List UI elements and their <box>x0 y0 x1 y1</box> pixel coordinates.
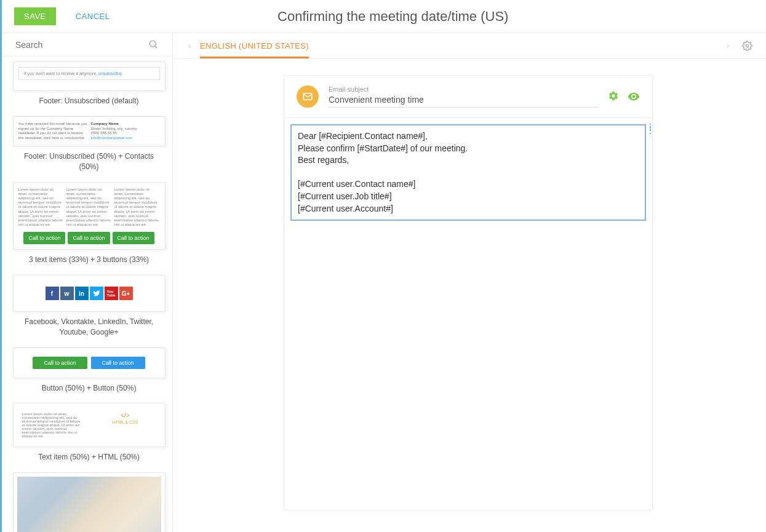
email-drop-area[interactable] <box>284 227 652 510</box>
svg-point-0 <box>150 41 156 47</box>
blocks-list[interactable]: If you don't want to receive it anymore,… <box>2 57 172 532</box>
block-label: Footer: Unsubscribed (50%) + Contacts (5… <box>13 146 166 175</box>
subject-label: Email subject <box>329 85 598 93</box>
next-icon[interactable] <box>725 41 731 51</box>
facebook-icon: f <box>46 287 59 300</box>
svg-line-1 <box>155 46 158 49</box>
block-footer-unsubscribed[interactable]: If you don't want to receive it anymore,… <box>13 62 166 109</box>
googleplus-icon: G+ <box>119 287 133 300</box>
block-text-html[interactable]: Lorem ipsum dolor sit amet, consectetur … <box>13 403 166 465</box>
mail-icon <box>297 85 319 108</box>
image-placeholder <box>17 477 161 532</box>
email-body-editor[interactable]: Dear [#Recipient.Contact name#], Please … <box>290 124 646 221</box>
block-two-buttons[interactable]: Call to action Call to action Button (50… <box>13 347 166 396</box>
search-icon[interactable] <box>148 39 159 50</box>
block-social[interactable]: f w in YouTube G+ Facebook, Vkontakte, L… <box>13 275 166 340</box>
vk-icon: w <box>60 287 74 300</box>
svg-point-2 <box>746 44 748 47</box>
header-bar: SAVE CANCEL Confirming the meeting date/… <box>2 0 766 33</box>
save-button[interactable]: SAVE <box>14 7 56 25</box>
subject-input[interactable]: Convenient meeting time <box>329 95 598 108</box>
twitter-icon <box>90 287 103 300</box>
block-label: Button (50%) + Button (50%) <box>13 378 166 396</box>
settings-icon[interactable] <box>608 90 619 103</box>
youtube-icon: YouTube <box>105 287 118 300</box>
language-bar: ENGLISH (UNITED STATES) <box>173 33 766 59</box>
page-title: Confirming the meeting date/time (US) <box>118 9 668 25</box>
block-label: Footer: Unsubscribed (default) <box>13 91 166 109</box>
preview-icon[interactable] <box>628 90 640 103</box>
sidebar: If you don't want to receive it anymore,… <box>2 33 173 532</box>
block-label: Facebook, Vkontakte, LinkedIn, Twitter, … <box>13 312 166 340</box>
block-label: 3 text items (33%) + 3 buttons (33%) <box>13 250 166 268</box>
block-footer-unsubscribed-contacts[interactable]: You have received this email because you… <box>13 116 166 175</box>
block-image[interactable]: Image <box>13 472 166 532</box>
block-label: Text item (50%) + HTML (50%) <box>13 447 166 465</box>
search-input[interactable] <box>15 40 148 50</box>
linkedin-icon: in <box>75 287 89 300</box>
gear-icon[interactable] <box>742 41 752 51</box>
block-three-text-buttons[interactable]: Lorem ipsum dolor sit amet, consectetur … <box>13 182 166 268</box>
content-area: ENGLISH (UNITED STATES) <box>173 33 766 532</box>
back-icon[interactable] <box>186 41 193 51</box>
email-card: Email subject Convenient meeting time <box>284 75 653 510</box>
drag-handle[interactable]: ⋮⋮ <box>646 125 653 132</box>
language-tab[interactable]: ENGLISH (UNITED STATES) <box>200 41 309 58</box>
cancel-button[interactable]: CANCEL <box>67 7 119 25</box>
